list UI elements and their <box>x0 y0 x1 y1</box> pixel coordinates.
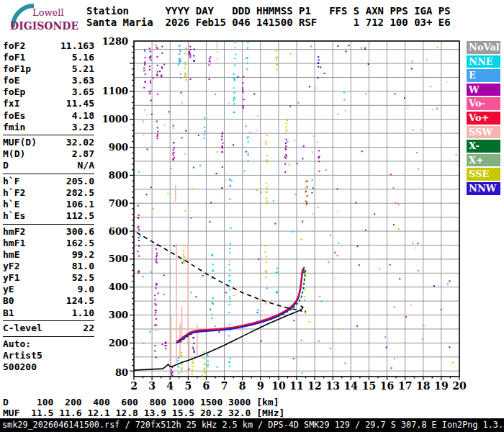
echo-dot <box>204 369 205 370</box>
echo-dot <box>410 305 412 306</box>
echo-dot <box>230 185 231 186</box>
echo-dot <box>157 134 158 135</box>
echo-dot <box>156 73 158 75</box>
echo-dot <box>225 292 227 293</box>
echo-dot <box>243 107 244 109</box>
echo-dot <box>399 278 400 279</box>
echo-dot <box>143 70 145 71</box>
echo-dot <box>368 63 369 65</box>
echo-dot <box>247 42 248 43</box>
echo-dot <box>149 66 150 67</box>
echo-dot <box>318 207 319 208</box>
echo-dot <box>229 289 230 290</box>
echo-dot <box>228 312 230 313</box>
echo-dot <box>192 369 193 371</box>
echo-dot <box>192 348 193 349</box>
echo-dot <box>441 42 442 43</box>
echo-dot <box>184 256 185 258</box>
echo-dot <box>356 325 358 327</box>
echo-dot <box>210 202 212 204</box>
echo-dot <box>155 287 156 289</box>
echo-dot <box>289 105 291 107</box>
echo-dot <box>260 157 261 158</box>
echo-dot <box>233 294 235 296</box>
spread-echo-streak <box>171 315 172 370</box>
echo-dot <box>212 297 214 299</box>
echo-dot <box>177 360 179 361</box>
echo-dot <box>266 287 268 289</box>
echo-dot <box>184 53 186 54</box>
echo-dot <box>319 156 320 157</box>
echo-dot <box>193 337 194 338</box>
echo-dot <box>289 164 290 166</box>
f-layer-trace-vo+ <box>176 269 302 342</box>
echo-dot <box>207 364 209 365</box>
echo-dot <box>224 194 225 196</box>
echo-dot <box>224 203 225 204</box>
echo-dot <box>229 199 230 200</box>
echo-dot <box>181 364 182 365</box>
echo-dot <box>294 140 295 141</box>
echo-dot <box>312 179 313 181</box>
echo-dot <box>415 248 416 249</box>
echo-dot <box>256 189 258 191</box>
echo-dot <box>228 264 230 266</box>
echo-dot <box>210 56 211 58</box>
legend-item-e: E <box>467 69 500 82</box>
echo-dot <box>394 358 395 359</box>
echo-dot <box>193 55 194 56</box>
echo-dot <box>212 254 213 256</box>
echo-dot <box>166 345 167 346</box>
echo-dot <box>138 256 140 257</box>
echo-dot <box>319 296 320 297</box>
echo-dot <box>217 42 218 43</box>
echo-dot <box>212 318 213 319</box>
echo-dot <box>309 86 310 87</box>
echo-dot <box>156 261 157 262</box>
echo-dot <box>180 50 181 52</box>
echo-dot <box>284 163 286 165</box>
echo-dot <box>274 223 276 225</box>
echo-dot <box>456 154 457 156</box>
echo-dot <box>192 371 193 372</box>
y-axis-label: 600 <box>109 226 128 237</box>
echo-dot <box>156 121 158 122</box>
echo-dot <box>179 58 180 60</box>
echo-dot <box>266 160 268 161</box>
echo-dot <box>163 294 165 295</box>
echo-dot <box>164 125 166 126</box>
legend-item-x-: X- <box>467 140 500 153</box>
echo-dot <box>334 252 336 253</box>
echo-dot <box>230 243 231 245</box>
echo-dot <box>233 103 235 104</box>
echo-dot <box>217 151 218 153</box>
echo-dot <box>192 346 194 347</box>
y-axis-label: 1100 <box>102 86 128 96</box>
echo-dot <box>138 237 140 238</box>
echo-dot <box>150 51 151 53</box>
echo-dot <box>189 52 190 53</box>
echo-dot <box>235 41 236 42</box>
echo-dot <box>156 318 157 320</box>
echo-dot <box>228 280 230 282</box>
echo-dot <box>204 372 206 374</box>
echo-dot <box>155 47 156 48</box>
echo-dot <box>179 45 180 47</box>
echo-dot <box>423 76 424 78</box>
echo-dot <box>425 356 426 358</box>
echo-dot <box>230 280 231 282</box>
echo-dot <box>253 93 255 94</box>
echo-dot <box>261 341 262 342</box>
echo-dot <box>303 145 305 147</box>
echo-dot <box>179 53 180 55</box>
legend-item-nne: NNE <box>467 55 500 68</box>
echo-dot <box>209 78 210 80</box>
echo-dot <box>256 130 258 131</box>
echo-dot <box>173 125 174 126</box>
echo-dot <box>365 230 366 231</box>
echo-dot <box>416 152 418 153</box>
echo-dot <box>222 151 223 153</box>
echo-dot <box>204 131 206 132</box>
echo-dot <box>185 210 186 212</box>
echo-dot <box>338 242 339 243</box>
